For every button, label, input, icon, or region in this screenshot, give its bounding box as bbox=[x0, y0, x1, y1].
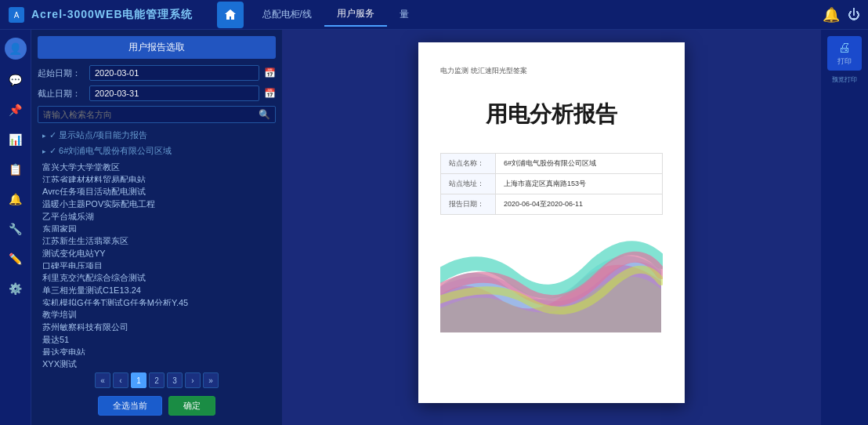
page-next-button[interactable]: › bbox=[185, 372, 201, 388]
list-item[interactable]: 最达51 bbox=[38, 332, 276, 343]
sidebar-settings-icon[interactable]: ⚙️ bbox=[6, 279, 25, 298]
confirm-button[interactable]: 确定 bbox=[168, 396, 215, 416]
doc-wave-area bbox=[440, 238, 663, 380]
search-icon[interactable]: 🔍 bbox=[259, 109, 270, 120]
nav-item-stats[interactable]: 总配电柜/线 bbox=[250, 3, 324, 26]
section-header-1: ✓ 显示站点/项目能力报告 bbox=[38, 128, 276, 143]
topbar-right: 🔔 ⏻ bbox=[823, 6, 860, 24]
info-label-1: 站点地址： bbox=[441, 174, 496, 194]
svg-text:A: A bbox=[14, 11, 20, 20]
list-item[interactable]: 测试变化电站YY bbox=[38, 245, 276, 257]
list-item[interactable]: 苏州敏察科技有限公司 bbox=[38, 319, 276, 331]
doc-main-title: 用电分析报告 bbox=[486, 100, 617, 129]
panel-header: 用户报告选取 bbox=[38, 36, 276, 59]
end-date-label: 截止日期： bbox=[38, 88, 85, 100]
app-logo: A Acrel-3000WEB电能管理系统 bbox=[8, 6, 193, 24]
page-1-button[interactable]: 1 bbox=[131, 372, 146, 388]
list-item[interactable]: 乙平台城乐湖 bbox=[38, 209, 276, 220]
list-item[interactable]: Avrc任务项目活动配电测试 bbox=[38, 183, 276, 195]
list-item[interactable]: 单三相光量测试C1E13.24 bbox=[38, 282, 276, 294]
start-date-label: 起始日期： bbox=[38, 67, 85, 79]
end-date-input[interactable] bbox=[89, 85, 259, 101]
list-item[interactable]: 实机模拟G任务T测试G任务M分析Y.45 bbox=[38, 295, 276, 307]
page-last-button[interactable]: » bbox=[203, 372, 219, 388]
print-icon: 🖨 bbox=[838, 41, 851, 55]
doc-header-text: 电力监测 统汇速阳光型签案 bbox=[440, 66, 527, 76]
info-value-2: 2020-06-04至2020-06-11 bbox=[496, 194, 663, 215]
print-button[interactable]: 🖨 打印 bbox=[827, 36, 862, 71]
app-title: Acrel-3000WEB电能管理系统 bbox=[31, 8, 193, 22]
info-value-0: 6#刘浦电气股份有限公司区域 bbox=[496, 154, 663, 174]
info-label-0: 站点名称： bbox=[441, 154, 496, 174]
action-row: 全选当前 确定 bbox=[38, 393, 276, 419]
print-sublabel: 预览打印 bbox=[830, 74, 859, 85]
report-panel: 用户报告选取 起始日期： 📅 截止日期： 📅 🔍 ✓ 显示站点/项目能力报告 ✓… bbox=[31, 30, 282, 425]
list-item[interactable]: 教学培训 bbox=[38, 307, 276, 318]
list-item[interactable]: 口碑平电压项目 bbox=[38, 258, 276, 270]
pagination: « ‹ 1 2 3 › » bbox=[38, 368, 276, 393]
list-item[interactable]: 利里克交汽配综合综合测试 bbox=[38, 270, 276, 282]
search-input[interactable] bbox=[43, 110, 259, 119]
table-row: 站点名称： 6#刘浦电气股份有限公司区域 bbox=[441, 154, 663, 174]
select-all-button[interactable]: 全选当前 bbox=[98, 396, 162, 416]
home-button[interactable] bbox=[217, 2, 244, 28]
page-3-button[interactable]: 3 bbox=[167, 372, 183, 388]
power-button[interactable]: ⏻ bbox=[848, 8, 860, 22]
nav-item-user-service[interactable]: 用户服务 bbox=[324, 2, 387, 27]
section-header-2[interactable]: ✓ 6#刘浦电气股份有限公司区域 bbox=[38, 143, 276, 158]
topbar-nav: 总配电柜/线 用户服务 量 bbox=[217, 2, 823, 28]
list-item[interactable]: 江苏新生生活翡翠东区 bbox=[38, 233, 276, 245]
topbar: A Acrel-3000WEB电能管理系统 总配电柜/线 用户服务 量 🔔 ⏻ bbox=[0, 0, 868, 30]
preview-area: 电力监测 统汇速阳光型签案 用电分析报告 站点名称： 6#刘浦电气股份有限公司区… bbox=[282, 30, 821, 425]
end-date-row: 截止日期： 📅 bbox=[38, 85, 276, 101]
doc-info-table: 站点名称： 6#刘浦电气股份有限公司区域 站点地址： 上海市嘉定区真南路153号… bbox=[440, 153, 663, 215]
notification-bell-icon[interactable]: 🔔 bbox=[823, 6, 840, 24]
sidebar-pin-icon[interactable]: 📌 bbox=[6, 100, 25, 119]
start-date-input[interactable] bbox=[89, 65, 259, 81]
search-row: 🔍 bbox=[38, 106, 276, 123]
document-paper: 电力监测 统汇速阳光型签案 用电分析报告 站点名称： 6#刘浦电气股份有限公司区… bbox=[418, 42, 685, 403]
main-content: 👤 💬 📌 📊 📋 🔔 🔧 ✏️ ⚙️ 用户报告选取 起始日期： 📅 截止日期：… bbox=[0, 30, 868, 425]
table-row: 站点地址： 上海市嘉定区真南路153号 bbox=[441, 174, 663, 194]
report-list: ✓ 显示站点/项目能力报告 ✓ 6#刘浦电气股份有限公司区域 富兴大学大学堂教区… bbox=[38, 128, 276, 368]
start-date-calendar-icon[interactable]: 📅 bbox=[264, 67, 276, 78]
print-label: 打印 bbox=[837, 56, 852, 67]
sidebar-chat-icon[interactable]: 💬 bbox=[6, 71, 25, 89]
nav-item-quantity[interactable]: 量 bbox=[387, 3, 421, 26]
end-date-calendar-icon[interactable]: 📅 bbox=[264, 88, 276, 99]
sidebar-edit-icon[interactable]: ✏️ bbox=[6, 249, 25, 268]
sidebar-chart-icon[interactable]: 📊 bbox=[6, 130, 25, 149]
sidebar-bell-icon[interactable]: 🔔 bbox=[6, 190, 25, 209]
page-first-button[interactable]: « bbox=[95, 372, 110, 388]
list-item[interactable]: 最达变电站 bbox=[38, 344, 276, 356]
page-prev-button[interactable]: ‹ bbox=[113, 372, 128, 388]
start-date-row: 起始日期： 📅 bbox=[38, 65, 276, 81]
info-label-2: 报告日期： bbox=[441, 194, 496, 215]
list-item[interactable]: 东周家园 bbox=[38, 221, 276, 233]
list-item[interactable]: 江苏省建材材料贸易配电站 bbox=[38, 172, 276, 183]
sidebar-file-icon[interactable]: 📋 bbox=[6, 160, 25, 179]
info-value-1: 上海市嘉定区真南路153号 bbox=[496, 174, 663, 194]
list-item[interactable]: 温暖小主题POV实际配电工程 bbox=[38, 196, 276, 208]
app-logo-icon: A bbox=[8, 6, 25, 24]
page-2-button[interactable]: 2 bbox=[149, 372, 165, 388]
user-avatar[interactable]: 👤 bbox=[5, 38, 27, 60]
right-panel: 🖨 打印 预览打印 bbox=[821, 30, 868, 425]
list-item[interactable]: XYX测试 bbox=[38, 356, 276, 368]
sidebar-tool-icon[interactable]: 🔧 bbox=[6, 220, 25, 238]
left-sidebar: 👤 💬 📌 📊 📋 🔔 🔧 ✏️ ⚙️ bbox=[0, 30, 31, 425]
table-row: 报告日期： 2020-06-04至2020-06-11 bbox=[441, 194, 663, 215]
list-item[interactable]: 富兴大学大学堂教区 bbox=[38, 159, 276, 171]
